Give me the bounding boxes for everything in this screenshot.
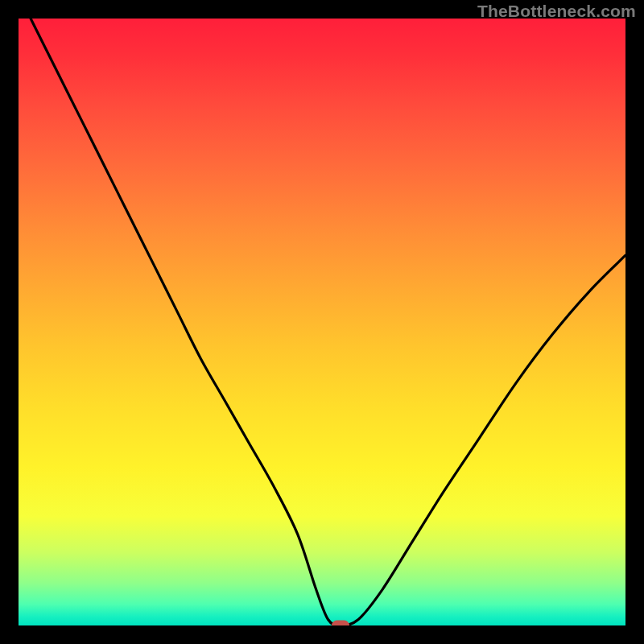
chart-frame: TheBottleneck.com [0,0,644,644]
plot-area [19,19,625,625]
optimal-point-marker [332,621,349,626]
bottleneck-curve [19,19,625,625]
watermark-text: TheBottleneck.com [477,2,636,21]
